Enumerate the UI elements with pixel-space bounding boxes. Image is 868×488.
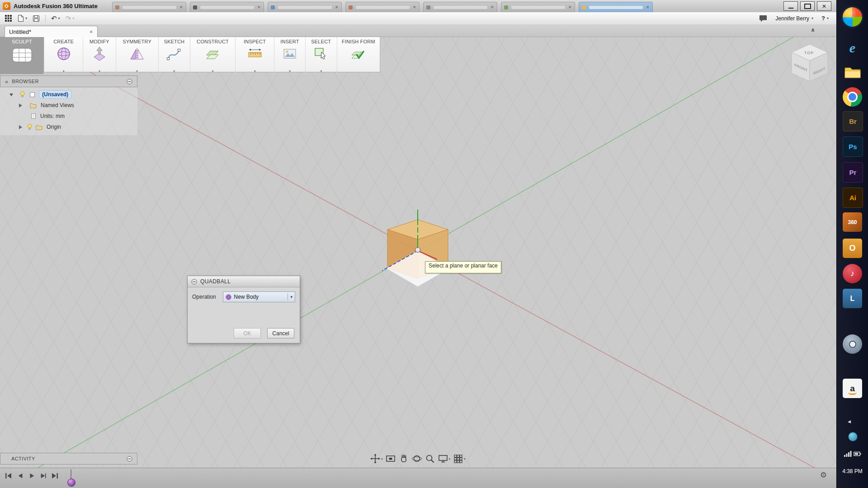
close-icon[interactable]: ✕ <box>491 5 494 9</box>
display-settings-button[interactable]: ▾ <box>438 453 451 464</box>
activity-panel-title: ACTIVITY <box>11 456 35 461</box>
expander-closed-icon[interactable] <box>18 125 23 130</box>
browser-tab[interactable]: ✕ <box>112 2 186 12</box>
maximize-button[interactable] <box>800 1 815 11</box>
file-explorer-icon[interactable] <box>843 62 862 82</box>
timeline-go-to-start-button[interactable] <box>5 472 13 479</box>
dropdown-arrow-icon: ▾ <box>254 69 256 73</box>
document-tab[interactable]: Untitled* ✕ <box>5 26 98 37</box>
construct-plane-icon <box>204 46 222 61</box>
collapse-panel-icon[interactable]: « <box>5 79 8 84</box>
tree-row-units[interactable]: Units: mm <box>0 111 137 122</box>
browser-tab[interactable]: ✕ <box>268 2 342 12</box>
browser-tab-active[interactable]: ✕ <box>579 2 653 12</box>
timeline-step-back-button[interactable] <box>17 472 24 479</box>
premiere-icon[interactable]: Pr <box>843 162 863 183</box>
collapse-toolbar-button[interactable]: ∧ <box>811 27 815 33</box>
photoshop-icon[interactable]: Ps <box>843 136 863 157</box>
close-icon[interactable]: ✕ <box>413 5 416 9</box>
ok-button[interactable]: OK <box>234 328 261 338</box>
help-menu[interactable]: ? ▾ <box>821 15 829 22</box>
redo-icon: ↷ <box>66 15 71 22</box>
autodesk-360-icon[interactable]: 360 <box>843 212 862 232</box>
pan-orbit-button[interactable]: ▾ <box>370 453 383 464</box>
user-menu[interactable]: Jennifer Berry ▾ <box>775 15 813 22</box>
close-icon[interactable]: ✕ <box>179 5 183 9</box>
visibility-bulb-icon[interactable] <box>20 91 25 98</box>
browser-tab[interactable]: ✕ <box>501 2 575 12</box>
timeline-play-button[interactable] <box>28 472 35 479</box>
undo-button[interactable]: ↶ ▾ <box>51 15 60 22</box>
internet-explorer-icon[interactable]: e <box>843 38 862 57</box>
minimize-panel-icon[interactable] <box>127 456 132 462</box>
timeline-form-marker[interactable] <box>66 469 75 488</box>
close-icon[interactable]: ✕ <box>90 29 93 34</box>
timeline-go-to-end-button[interactable] <box>51 472 59 479</box>
tree-row-named-views[interactable]: Named Views <box>0 100 137 111</box>
timeline-step-forward-button[interactable] <box>39 472 47 479</box>
dialog-titlebar[interactable]: QUADBALL <box>188 276 300 287</box>
close-icon[interactable]: ✕ <box>335 5 339 9</box>
dropdown-arrow-icon: ▾ <box>811 17 813 20</box>
browser-tab[interactable]: ✕ <box>345 2 420 12</box>
tray-expand-button[interactable]: ◀ <box>848 419 851 424</box>
pan-button[interactable] <box>398 453 409 464</box>
ribbon-tab-modify[interactable]: MODIFY ▾ <box>83 37 116 74</box>
browser-tab[interactable]: ✕ <box>190 2 264 12</box>
chrome-icon[interactable] <box>843 87 862 107</box>
cancel-button[interactable]: Cancel <box>267 328 294 338</box>
navigation-bar: ▾ <box>370 453 466 465</box>
ribbon-tab-construct[interactable]: CONSTRUCT ▾ <box>190 37 236 74</box>
orbit-button[interactable] <box>411 453 422 464</box>
pan-hand-icon <box>398 453 409 464</box>
fit-view-button[interactable] <box>385 453 396 464</box>
ribbon-tab-sculpt[interactable]: SCULPT <box>0 37 44 74</box>
close-icon[interactable]: ✕ <box>568 5 572 9</box>
amazon-icon[interactable]: a <box>843 379 862 398</box>
window-titlebar[interactable]: Autodesk Fusion 360 Ultimate ✕ ✕ ✕ ✕ ✕ ✕… <box>0 0 837 13</box>
close-icon[interactable]: ✕ <box>257 5 261 9</box>
display-settings-icon <box>438 453 448 464</box>
outlook-icon[interactable]: O <box>843 239 862 258</box>
viewcube[interactable]: TOP FRONT RIGHT <box>784 39 835 88</box>
browser-panel-title: BROWSER <box>12 79 39 84</box>
illustrator-letters: Ai <box>849 194 856 202</box>
operation-dropdown[interactable]: New Body ▾ <box>223 291 295 302</box>
close-button[interactable]: ✕ <box>817 1 831 11</box>
adobe-bridge-icon[interactable]: Br <box>843 111 863 131</box>
tree-row-root[interactable]: (Unsaved) <box>0 89 137 100</box>
close-icon[interactable]: ✕ <box>646 5 650 9</box>
visibility-bulb-icon[interactable] <box>27 124 32 130</box>
ribbon-tab-sketch[interactable]: SKETCH ▾ <box>159 37 190 74</box>
grid-settings-button[interactable]: ▾ <box>453 453 466 464</box>
ribbon-tab-select[interactable]: SELECT ▾ <box>306 37 337 74</box>
expander-closed-icon[interactable] <box>18 103 23 108</box>
apps-grid-button[interactable] <box>5 14 12 22</box>
file-menu-button[interactable]: ▾ <box>18 14 27 22</box>
ribbon-tab-inspect[interactable]: INSPECT ▾ <box>236 37 274 74</box>
tray-status-icons[interactable] <box>844 450 862 459</box>
taskbar-clock[interactable]: 4:38 PM <box>837 468 868 474</box>
browser-tab[interactable]: ✕ <box>423 2 497 12</box>
minimize-button[interactable] <box>783 1 798 11</box>
illustrator-icon[interactable]: Ai <box>843 188 863 208</box>
expander-open-icon[interactable] <box>9 92 14 97</box>
save-button[interactable] <box>33 15 40 22</box>
collapse-dialog-icon[interactable] <box>191 279 197 285</box>
comments-icon[interactable] <box>759 15 767 22</box>
blue-app-icon[interactable]: L <box>843 289 862 308</box>
ribbon-tab-finish-form[interactable]: FINISH FORM <box>337 37 380 74</box>
start-button[interactable] <box>843 7 862 27</box>
activity-panel: ACTIVITY <box>0 453 137 465</box>
tray-app-icon[interactable] <box>848 432 858 441</box>
zoom-button[interactable] <box>425 453 435 464</box>
settings-gear-icon[interactable]: ⚙ <box>820 470 827 480</box>
minimize-panel-icon[interactable] <box>127 79 132 84</box>
media-player-icon[interactable] <box>843 334 862 354</box>
ribbon-tab-symmetry[interactable]: SYMMETRY ▾ <box>116 37 159 74</box>
ribbon-tab-create[interactable]: CREATE ▾ <box>44 37 83 74</box>
redo-button[interactable]: ↷ ▾ <box>66 15 75 22</box>
tree-row-origin[interactable]: Origin <box>0 122 137 132</box>
ribbon-tab-insert[interactable]: INSERT ▾ <box>274 37 305 74</box>
music-app-icon[interactable]: ♪ <box>843 264 862 283</box>
